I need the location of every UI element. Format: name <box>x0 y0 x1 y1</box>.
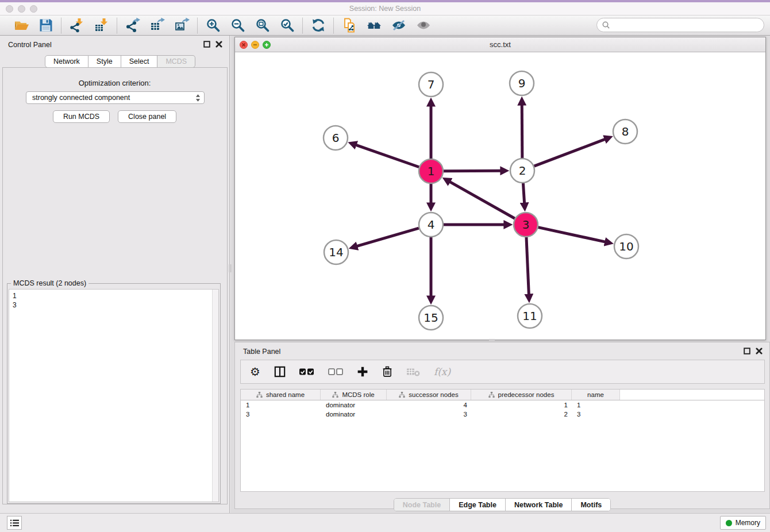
tab-node-table[interactable]: Node Table <box>394 499 449 511</box>
table-row[interactable]: 3dominator323 <box>241 410 764 419</box>
columns-icon <box>274 366 286 377</box>
node-table[interactable]: shared nameMCDS rolesuccessor nodesprede… <box>240 389 765 492</box>
network-canvas[interactable]: 7968124314101511 <box>235 53 765 340</box>
cell-successor_nodes[interactable]: 4 <box>387 400 471 410</box>
network-view-window: scc.txt 7968124314101511 <box>234 37 766 340</box>
save-session-button[interactable] <box>38 18 53 33</box>
export-image-button[interactable] <box>174 18 190 33</box>
graph-node-label: 1 <box>428 164 435 178</box>
zoom-out-button[interactable] <box>230 18 245 33</box>
tab-motifs[interactable]: Motifs <box>571 499 610 511</box>
select-all-button[interactable] <box>299 364 314 379</box>
table-header-row: shared nameMCDS rolesuccessor nodesprede… <box>241 390 764 400</box>
graph-node-label: 8 <box>622 125 629 138</box>
delete-table-button <box>406 364 420 379</box>
app-titlebar: Session: New Session <box>0 2 770 16</box>
main-toolbar <box>0 16 770 36</box>
cell-shared_name[interactable]: 1 <box>241 400 321 410</box>
panel-splitter-handle[interactable] <box>229 264 232 272</box>
tab-network[interactable]: Network <box>45 55 88 68</box>
import-table-button[interactable] <box>94 18 109 33</box>
zoom-fit-button[interactable] <box>255 18 270 33</box>
show-graphics-details-button[interactable] <box>415 18 431 33</box>
column-layout-button[interactable] <box>274 364 286 379</box>
cell-successor_nodes[interactable]: 3 <box>387 410 471 419</box>
delete-column-button[interactable] <box>382 364 392 379</box>
column-label: shared name <box>266 391 305 398</box>
graph-node-label: 9 <box>518 76 526 90</box>
edge-3-1[interactable] <box>449 182 515 218</box>
close-table-panel-icon[interactable] <box>756 348 763 354</box>
deselect-all-button[interactable] <box>328 364 343 379</box>
save-icon <box>38 18 53 33</box>
cell-name[interactable]: 3 <box>572 410 620 419</box>
import-network-button[interactable] <box>69 18 84 33</box>
tab-mcds[interactable]: MCDS <box>157 55 195 68</box>
export-network-button[interactable] <box>125 18 140 33</box>
tab-network-table[interactable]: Network Table <box>505 499 572 511</box>
float-panel-icon[interactable] <box>203 41 210 48</box>
float-table-panel-icon[interactable] <box>744 348 750 354</box>
memory-button[interactable]: Memory <box>720 516 766 530</box>
zoom-out-icon <box>230 18 245 33</box>
run-mcds-button[interactable]: Run MCDS <box>53 110 110 123</box>
table-row[interactable]: 1dominator411 <box>241 400 764 410</box>
cell-shared_name[interactable]: 3 <box>241 410 321 419</box>
mcds-result-area[interactable]: 1 3 <box>9 289 219 502</box>
cell-predecessor_nodes[interactable]: 1 <box>471 400 572 410</box>
column-header-shared_name[interactable]: shared name <box>241 390 321 400</box>
cell-mcds_role[interactable]: dominator <box>321 400 387 410</box>
criterion-select[interactable]: strongly connected component <box>26 91 205 104</box>
column-header-name[interactable]: name <box>572 390 620 400</box>
close-panel-icon[interactable] <box>215 41 222 48</box>
home-icon <box>367 18 382 33</box>
table-settings-button[interactable]: ⚙ <box>250 364 260 379</box>
edge-3-10[interactable] <box>538 228 605 242</box>
graph-node-label: 2 <box>519 164 526 178</box>
splitter-handle[interactable] <box>489 339 495 341</box>
control-panel-tabs: NetworkStyleSelectMCDS <box>45 55 195 68</box>
tab-select[interactable]: Select <box>121 55 158 68</box>
column-header-mcds_role[interactable]: MCDS role <box>321 390 387 400</box>
table-panel-title: Table Panel <box>243 348 280 356</box>
table-toolbar: ⚙f(x) <box>240 360 765 384</box>
task-history-button[interactable] <box>7 516 22 530</box>
hide-graphics-details-button[interactable] <box>391 18 406 33</box>
tab-style[interactable]: Style <box>88 55 121 68</box>
edge-2-3[interactable] <box>523 183 524 203</box>
result-scrollbar[interactable] <box>212 290 218 502</box>
refresh-icon <box>311 18 326 33</box>
zoom-fit-icon <box>255 18 270 33</box>
tab-edge-table[interactable]: Edge Table <box>449 499 505 511</box>
cell-name[interactable]: 1 <box>572 400 620 410</box>
column-header-successor_nodes[interactable]: successor nodes <box>387 390 471 400</box>
zoom-in-button[interactable] <box>205 18 221 33</box>
search-box[interactable] <box>596 18 764 32</box>
column-header-predecessor_nodes[interactable]: predecessor nodes <box>471 390 572 400</box>
cell-mcds_role[interactable]: dominator <box>321 410 387 419</box>
open-session-button[interactable] <box>13 18 29 33</box>
search-input[interactable] <box>610 21 764 29</box>
attribute-icon <box>488 392 495 398</box>
close-panel-button[interactable]: Close panel <box>118 110 176 123</box>
edge-2-9[interactable] <box>522 105 522 158</box>
table-body: 1dominator4113dominator323 <box>241 400 764 419</box>
edge-1-6[interactable] <box>356 145 419 167</box>
home-button[interactable] <box>366 18 382 33</box>
delete-table-icon <box>406 366 420 377</box>
edge-1-2[interactable] <box>444 171 501 171</box>
export-image-icon <box>175 18 190 33</box>
apply-layout-button[interactable] <box>310 18 326 33</box>
edge-4-14[interactable] <box>357 228 419 246</box>
optimization-label: Optimization criterion: <box>0 79 229 87</box>
export-table-button[interactable] <box>149 18 165 33</box>
memory-status-icon <box>726 520 732 526</box>
column-label: predecessor nodes <box>498 391 555 398</box>
network-overview-button[interactable] <box>341 18 357 33</box>
edge-2-8[interactable] <box>534 139 606 166</box>
cell-predecessor_nodes[interactable]: 2 <box>471 410 572 419</box>
add-column-button[interactable] <box>357 364 368 379</box>
zoom-selected-button[interactable] <box>279 18 295 33</box>
network-window-titlebar[interactable]: scc.txt <box>235 37 765 52</box>
edge-3-11[interactable] <box>526 237 529 295</box>
